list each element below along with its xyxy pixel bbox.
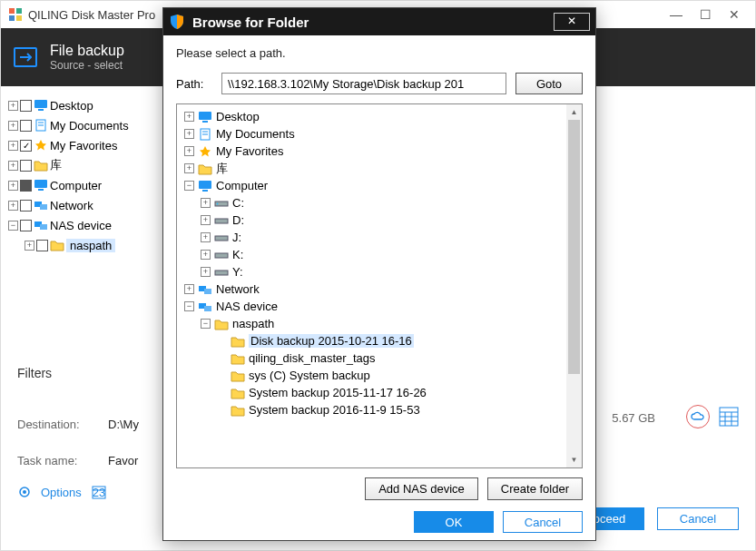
folder-icon: [231, 387, 245, 399]
monitor-icon: [198, 180, 212, 192]
scroll-up-icon[interactable]: ▲: [566, 104, 582, 120]
calculator-icon[interactable]: [719, 407, 739, 427]
svg-rect-40: [204, 289, 211, 294]
checkbox[interactable]: ✓: [20, 140, 32, 152]
tree-node-folder[interactable]: sys (C) System backup: [179, 367, 580, 384]
tree-item-nas[interactable]: −NAS device: [8, 215, 164, 235]
calendar-icon[interactable]: 23: [91, 484, 107, 500]
tree-node-drive-y[interactable]: +Y:: [179, 263, 580, 280]
tree-node-folder-selected[interactable]: Disk backup 2015-10-21 16-16: [179, 332, 580, 349]
nas-icon: [34, 219, 48, 231]
checkbox[interactable]: [20, 160, 32, 172]
tree-item-favorites[interactable]: +✓My Favorites: [8, 135, 164, 155]
label: NAS device: [216, 300, 278, 313]
tree-item-libraries[interactable]: +库: [8, 155, 164, 175]
tree-node-libraries[interactable]: +库: [179, 160, 580, 177]
destination-value[interactable]: D:\My: [108, 418, 139, 431]
tree-node-computer[interactable]: −Computer: [179, 177, 580, 194]
tree-node-desktop[interactable]: +Desktop: [179, 108, 580, 125]
svg-rect-0: [9, 8, 15, 14]
svg-rect-31: [199, 181, 211, 189]
svg-rect-27: [202, 121, 208, 123]
tree-node-folder[interactable]: qiling_disk_master_tags: [179, 349, 580, 367]
tree-node-network[interactable]: +Network: [179, 280, 580, 298]
expand-icon[interactable]: +: [184, 163, 194, 173]
expand-icon[interactable]: +: [201, 215, 211, 225]
scroll-down-icon[interactable]: ▼: [566, 452, 582, 467]
drive-icon: [214, 231, 229, 244]
svg-rect-10: [38, 189, 44, 191]
folder-icon: [231, 404, 245, 417]
checkbox[interactable]: [20, 180, 32, 192]
dialog-action-row: Add NAS device Create folder: [176, 477, 583, 500]
label: 库: [50, 157, 62, 173]
dialog-close-button[interactable]: ✕: [554, 13, 590, 31]
tree-node-documents[interactable]: +My Documents: [179, 125, 580, 143]
path-input[interactable]: [221, 73, 506, 94]
collapse-icon[interactable]: −: [8, 221, 18, 231]
tree-node-drive-d[interactable]: +D:: [179, 212, 580, 229]
collapse-icon[interactable]: −: [201, 319, 211, 329]
tree-node-folder[interactable]: System backup 2015-11-17 16-26: [179, 384, 580, 401]
close-button[interactable]: ✕: [728, 7, 741, 22]
checkbox[interactable]: [20, 200, 32, 212]
scrollbar[interactable]: ▲ ▼: [566, 104, 582, 467]
minimize-button[interactable]: —: [670, 7, 682, 22]
goto-button[interactable]: Goto: [515, 73, 583, 94]
expand-icon[interactable]: +: [184, 129, 194, 139]
network-icon: [198, 283, 212, 296]
expand-icon[interactable]: +: [8, 161, 18, 171]
dialog-cancel-button[interactable]: Cancel: [503, 511, 583, 533]
expand-icon[interactable]: +: [8, 141, 18, 151]
checkbox[interactable]: [20, 120, 32, 132]
folder-icon: [50, 239, 64, 251]
cancel-button[interactable]: Cancel: [657, 507, 739, 530]
expand-icon[interactable]: +: [184, 146, 194, 156]
label: System backup 2015-11-17 16-26: [249, 386, 427, 399]
expand-icon[interactable]: +: [184, 112, 194, 122]
ok-button[interactable]: OK: [414, 511, 494, 533]
checkbox[interactable]: [20, 220, 32, 231]
tree-item-network[interactable]: +Network: [8, 195, 164, 215]
tree-node-favorites[interactable]: +My Favorites: [179, 143, 580, 160]
tree-node-drive-c[interactable]: +C:: [179, 194, 580, 212]
expand-icon[interactable]: +: [8, 101, 18, 111]
expand-icon[interactable]: +: [8, 121, 18, 131]
label: naspath: [232, 317, 274, 330]
page-title: File backup: [50, 43, 124, 59]
tree-node-drive-k[interactable]: +K:: [179, 246, 580, 263]
expand-icon[interactable]: +: [25, 241, 34, 251]
tree-item-documents[interactable]: +My Documents: [8, 115, 164, 135]
maximize-button[interactable]: ☐: [699, 7, 712, 22]
tree-item-naspath[interactable]: +naspath: [8, 235, 164, 255]
taskname-value[interactable]: Favor: [108, 454, 138, 467]
expand-icon[interactable]: +: [184, 284, 194, 294]
tree-item-computer[interactable]: +Computer: [8, 175, 164, 195]
expand-icon[interactable]: +: [201, 232, 211, 242]
tree-node-drive-j[interactable]: +J:: [179, 229, 580, 246]
expand-icon[interactable]: +: [201, 250, 211, 260]
checkbox[interactable]: [20, 100, 32, 112]
cloud-icon[interactable]: [686, 405, 710, 428]
checkbox[interactable]: [36, 240, 48, 251]
tree-node-nas[interactable]: −NAS device: [179, 298, 580, 315]
expand-icon[interactable]: +: [201, 198, 211, 208]
tree-node-naspath[interactable]: −naspath: [179, 315, 580, 332]
label: J:: [232, 231, 241, 244]
folder-icon: [198, 162, 212, 175]
expand-icon[interactable]: +: [8, 201, 18, 211]
collapse-icon[interactable]: −: [184, 181, 194, 191]
add-nas-button[interactable]: Add NAS device: [365, 477, 478, 500]
tree-node-folder[interactable]: System backup 2016-11-9 15-53: [179, 401, 580, 418]
scroll-thumb[interactable]: [568, 120, 580, 374]
drive-icon: [214, 249, 229, 261]
svg-rect-4: [34, 100, 47, 108]
svg-rect-3: [16, 15, 22, 21]
storage-size: 5.67 GB: [612, 411, 655, 425]
expand-icon[interactable]: +: [8, 181, 18, 191]
create-folder-button[interactable]: Create folder: [487, 477, 583, 500]
collapse-icon[interactable]: −: [184, 301, 194, 311]
tree-item-desktop[interactable]: +Desktop: [8, 95, 164, 115]
expand-icon[interactable]: +: [201, 267, 211, 277]
dialog-titlebar: Browse for Folder ✕: [163, 8, 595, 35]
